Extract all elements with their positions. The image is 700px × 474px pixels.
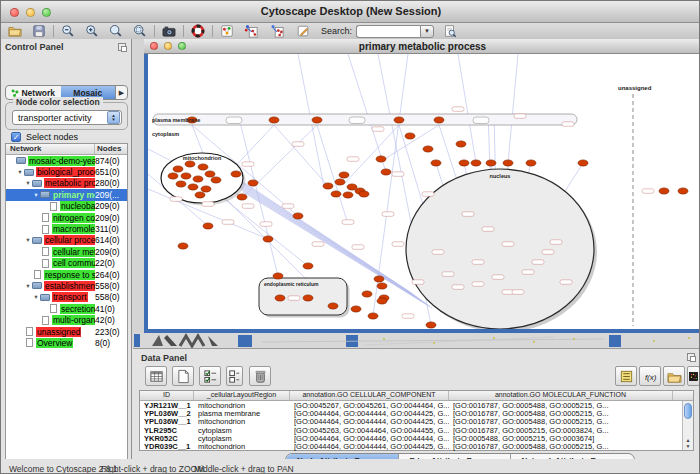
tree-row[interactable]: unassigned223(0) xyxy=(6,326,127,337)
tree-row[interactable]: ▼biological_process651(0) xyxy=(6,166,127,177)
network-node[interactable] xyxy=(659,188,669,194)
network-node[interactable] xyxy=(423,146,433,152)
network-node[interactable] xyxy=(323,183,333,189)
network-node[interactable] xyxy=(359,191,369,197)
tree-row[interactable]: nitrogen compo209(0) xyxy=(6,212,127,223)
zoom-selected-icon[interactable] xyxy=(106,24,126,39)
select-nodes-checkbox[interactable]: ✓ xyxy=(11,132,21,142)
tree-row[interactable]: nucleobase-209(0) xyxy=(6,201,127,212)
import-network-icon[interactable] xyxy=(241,24,261,39)
membrane-node-pill[interactable] xyxy=(226,117,242,124)
column-header[interactable]: annotation.GO MOLECULAR_FUNCTION xyxy=(449,391,673,400)
network-node[interactable] xyxy=(248,180,258,186)
delete-attribute-icon[interactable] xyxy=(249,366,271,386)
node-label-pill[interactable] xyxy=(502,242,514,247)
network-node[interactable] xyxy=(231,171,241,177)
network-node[interactable] xyxy=(426,322,436,328)
network-node[interactable] xyxy=(456,141,466,147)
node-label-pill[interactable] xyxy=(382,212,394,217)
network-node[interactable] xyxy=(351,306,361,312)
node-label-pill[interactable] xyxy=(550,240,562,245)
network-node[interactable] xyxy=(377,283,387,289)
network-node[interactable] xyxy=(471,160,481,166)
function-builder-icon[interactable]: f(x) xyxy=(639,366,661,386)
network-node[interactable] xyxy=(331,191,341,197)
network-node[interactable] xyxy=(176,181,186,187)
new-attribute-icon[interactable] xyxy=(172,366,194,386)
network-node[interactable] xyxy=(263,236,273,242)
network-node[interactable] xyxy=(273,273,283,279)
network-node[interactable] xyxy=(459,160,469,166)
tree-row[interactable]: ▼transport558(0) xyxy=(6,292,127,303)
network-node[interactable] xyxy=(526,160,536,166)
network-node[interactable] xyxy=(185,161,195,167)
column-header[interactable]: annotation.GO CELLULAR_COMPONENT xyxy=(290,391,449,400)
node-label-pill[interactable] xyxy=(642,189,654,194)
membrane-node-pill[interactable] xyxy=(473,117,489,124)
network-node[interactable] xyxy=(269,117,279,123)
open-session-icon[interactable] xyxy=(5,24,25,39)
network-node[interactable] xyxy=(205,171,215,177)
node-label-pill[interactable] xyxy=(432,250,444,255)
node-label-pill[interactable] xyxy=(260,222,272,227)
network-node[interactable] xyxy=(303,295,313,301)
network-node[interactable] xyxy=(198,164,208,170)
network-node[interactable] xyxy=(503,160,513,166)
column-header[interactable]: _cellularLayoutRegion xyxy=(194,391,290,400)
tree-header-nodes[interactable]: Nodes xyxy=(95,144,127,154)
node-label-pill[interactable] xyxy=(222,220,234,225)
network-node[interactable] xyxy=(343,192,353,198)
node-label-pill[interactable] xyxy=(514,114,526,119)
node-label-pill[interactable] xyxy=(312,242,324,247)
tree-row[interactable]: secretion41(0) xyxy=(6,303,127,314)
network-node[interactable] xyxy=(578,160,588,166)
attribute-matrix-icon[interactable] xyxy=(687,366,700,386)
node-label-pill[interactable] xyxy=(202,202,214,207)
node-label-pill[interactable] xyxy=(472,260,484,265)
tree-row[interactable]: ▼cellular process614(0) xyxy=(6,235,127,246)
network-node[interactable] xyxy=(303,263,313,269)
tree-row[interactable]: macromolecule311(0) xyxy=(6,223,127,234)
network-node[interactable] xyxy=(275,295,285,301)
tree-row[interactable]: ▼metabolic process280(0) xyxy=(6,178,127,189)
node-label-pill[interactable] xyxy=(512,290,524,295)
network-node[interactable] xyxy=(339,172,349,178)
node-label-pill[interactable] xyxy=(347,157,359,162)
node-label-pill[interactable] xyxy=(288,296,300,301)
node-label-pill[interactable] xyxy=(492,275,504,280)
float-control-panel-icon[interactable] xyxy=(118,43,126,51)
nucleus-region[interactable] xyxy=(406,169,594,329)
column-header[interactable]: ID xyxy=(140,391,194,400)
node-label-pill[interactable] xyxy=(560,280,572,285)
node-label-pill[interactable] xyxy=(282,204,294,209)
network-node[interactable] xyxy=(178,243,188,249)
network-node[interactable] xyxy=(434,117,444,123)
network-node[interactable] xyxy=(394,117,404,123)
network-node[interactable] xyxy=(374,276,384,282)
network-node[interactable] xyxy=(377,298,387,304)
node-color-dropdown[interactable]: transporter activity ▲▼ xyxy=(12,110,122,125)
search-input[interactable] xyxy=(356,25,420,38)
node-label-pill[interactable] xyxy=(562,122,574,127)
node-label-pill[interactable] xyxy=(402,314,414,319)
tree-row[interactable]: Overview8(0) xyxy=(6,337,127,348)
float-data-panel-icon[interactable] xyxy=(687,353,695,361)
network-node[interactable] xyxy=(335,179,345,185)
membrane-node-pill[interactable] xyxy=(349,117,365,124)
tree-row[interactable]: ▼establishment of lo558(0) xyxy=(6,280,127,291)
network-node[interactable] xyxy=(237,194,247,200)
node-label-pill[interactable] xyxy=(442,272,454,277)
node-label-pill[interactable] xyxy=(542,250,554,255)
node-label-pill[interactable] xyxy=(392,242,404,247)
node-label-pill[interactable] xyxy=(422,192,434,197)
network-node[interactable] xyxy=(368,313,378,319)
network-node[interactable] xyxy=(173,166,183,172)
snapshot-camera-icon[interactable] xyxy=(159,24,179,39)
network-node[interactable] xyxy=(381,169,391,175)
network-node[interactable] xyxy=(168,173,178,179)
tree-header-network[interactable]: Network xyxy=(6,144,95,154)
network-icon[interactable] xyxy=(217,24,237,39)
table-row[interactable]: YDR039C__1mitochondrion[GO:0044464, GO:0… xyxy=(140,442,693,450)
network-canvas[interactable]: unassigned plasma membrane cytoplasm mit… xyxy=(148,54,700,329)
node-label-pill[interactable] xyxy=(170,197,182,202)
